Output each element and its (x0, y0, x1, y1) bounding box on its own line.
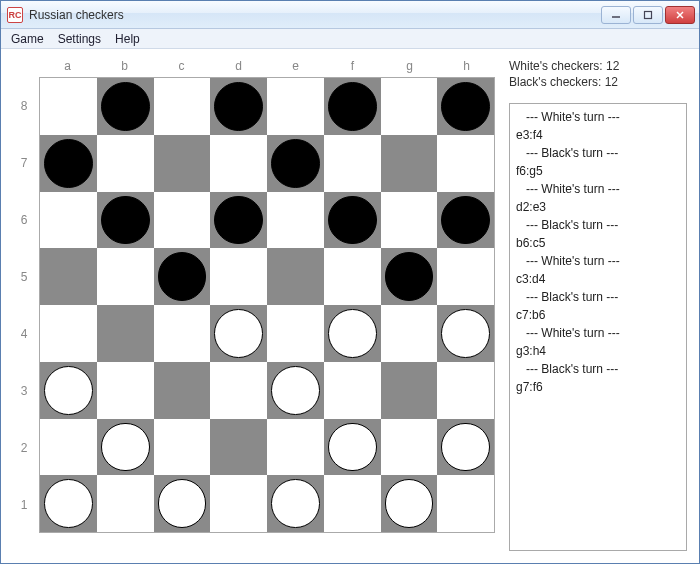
titlebar[interactable]: RC Russian checkers (1, 1, 699, 29)
square-c2[interactable] (154, 419, 211, 476)
square-h3[interactable] (437, 362, 494, 419)
square-h4[interactable] (437, 305, 494, 362)
square-g1[interactable] (381, 475, 438, 532)
white-piece[interactable] (271, 479, 320, 528)
menu-game[interactable]: Game (5, 30, 50, 48)
square-c6[interactable] (154, 192, 211, 249)
square-c3[interactable] (154, 362, 211, 419)
square-d4[interactable] (210, 305, 267, 362)
square-c8[interactable] (154, 78, 211, 135)
square-h5[interactable] (437, 248, 494, 305)
square-b4[interactable] (97, 305, 154, 362)
square-a8[interactable] (40, 78, 97, 135)
square-b2[interactable] (97, 419, 154, 476)
square-b1[interactable] (97, 475, 154, 532)
square-g7[interactable] (381, 135, 438, 192)
square-f1[interactable] (324, 475, 381, 532)
square-g5[interactable] (381, 248, 438, 305)
white-piece[interactable] (441, 423, 490, 472)
black-piece[interactable] (328, 82, 377, 131)
white-piece[interactable] (385, 479, 434, 528)
white-piece[interactable] (44, 479, 93, 528)
square-e8[interactable] (267, 78, 324, 135)
square-d7[interactable] (210, 135, 267, 192)
square-d6[interactable] (210, 192, 267, 249)
square-g4[interactable] (381, 305, 438, 362)
black-piece[interactable] (158, 252, 207, 301)
square-h2[interactable] (437, 419, 494, 476)
square-h8[interactable] (437, 78, 494, 135)
black-piece[interactable] (44, 139, 93, 188)
square-a7[interactable] (40, 135, 97, 192)
white-piece[interactable] (328, 309, 377, 358)
square-e4[interactable] (267, 305, 324, 362)
square-b5[interactable] (97, 248, 154, 305)
checkerboard[interactable] (39, 77, 495, 533)
square-f3[interactable] (324, 362, 381, 419)
white-piece[interactable] (441, 309, 490, 358)
white-piece[interactable] (101, 423, 150, 472)
black-piece[interactable] (101, 82, 150, 131)
square-f6[interactable] (324, 192, 381, 249)
black-piece[interactable] (441, 82, 490, 131)
black-piece[interactable] (441, 196, 490, 245)
move-log[interactable]: --- White's turn ---e3:f4 --- Black's tu… (509, 103, 687, 551)
white-piece[interactable] (214, 309, 263, 358)
black-piece[interactable] (328, 196, 377, 245)
square-d3[interactable] (210, 362, 267, 419)
square-b3[interactable] (97, 362, 154, 419)
square-e6[interactable] (267, 192, 324, 249)
square-f8[interactable] (324, 78, 381, 135)
black-piece[interactable] (101, 196, 150, 245)
square-a3[interactable] (40, 362, 97, 419)
square-c7[interactable] (154, 135, 211, 192)
row-label-7: 7 (9, 134, 39, 191)
square-g2[interactable] (381, 419, 438, 476)
square-a4[interactable] (40, 305, 97, 362)
square-c5[interactable] (154, 248, 211, 305)
menu-settings[interactable]: Settings (52, 30, 107, 48)
square-e7[interactable] (267, 135, 324, 192)
square-d2[interactable] (210, 419, 267, 476)
black-piece[interactable] (214, 196, 263, 245)
square-e2[interactable] (267, 419, 324, 476)
square-a5[interactable] (40, 248, 97, 305)
square-d5[interactable] (210, 248, 267, 305)
square-a6[interactable] (40, 192, 97, 249)
square-f4[interactable] (324, 305, 381, 362)
square-h1[interactable] (437, 475, 494, 532)
menu-help[interactable]: Help (109, 30, 146, 48)
square-a2[interactable] (40, 419, 97, 476)
white-piece[interactable] (44, 366, 93, 415)
white-piece[interactable] (158, 479, 207, 528)
square-g6[interactable] (381, 192, 438, 249)
square-f2[interactable] (324, 419, 381, 476)
square-f5[interactable] (324, 248, 381, 305)
square-b7[interactable] (97, 135, 154, 192)
square-e5[interactable] (267, 248, 324, 305)
square-b8[interactable] (97, 78, 154, 135)
square-b6[interactable] (97, 192, 154, 249)
square-h6[interactable] (437, 192, 494, 249)
maximize-button[interactable] (633, 6, 663, 24)
square-g8[interactable] (381, 78, 438, 135)
square-g3[interactable] (381, 362, 438, 419)
black-piece[interactable] (385, 252, 434, 301)
col-label-g: g (381, 59, 438, 77)
minimize-button[interactable] (601, 6, 631, 24)
black-piece[interactable] (271, 139, 320, 188)
square-h7[interactable] (437, 135, 494, 192)
square-a1[interactable] (40, 475, 97, 532)
white-piece[interactable] (328, 423, 377, 472)
white-piece[interactable] (271, 366, 320, 415)
window-title: Russian checkers (29, 8, 124, 22)
square-e1[interactable] (267, 475, 324, 532)
square-d1[interactable] (210, 475, 267, 532)
square-c1[interactable] (154, 475, 211, 532)
black-piece[interactable] (214, 82, 263, 131)
square-d8[interactable] (210, 78, 267, 135)
square-c4[interactable] (154, 305, 211, 362)
square-f7[interactable] (324, 135, 381, 192)
close-button[interactable] (665, 6, 695, 24)
square-e3[interactable] (267, 362, 324, 419)
